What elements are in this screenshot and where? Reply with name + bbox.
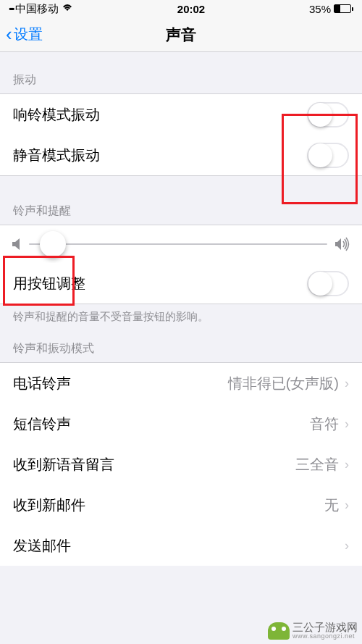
toggle-adjust-buttons[interactable] [307,271,349,296]
row-voicemail[interactable]: 收到新语音留言 三全音 › [0,444,362,485]
volume-high-icon [334,237,350,251]
volume-slider-track[interactable] [29,243,327,245]
row-label: 发送邮件 [13,536,71,556]
row-label: 收到新语音留言 [13,455,114,474]
row-value: › [339,538,349,553]
watermark-domain: www.sangongzi.net [292,632,358,640]
chevron-right-icon: › [345,457,349,472]
row-adjust-with-buttons[interactable]: 用按钮调整 [0,263,362,304]
row-value: 情非得已(女声版) › [228,374,349,393]
battery-pct: 35% [309,3,331,15]
status-time: 20:02 [177,3,205,15]
back-label: 设置 [14,25,43,44]
volume-low-icon [12,237,22,251]
chevron-right-icon: › [345,417,349,432]
volume-slider-knob[interactable] [40,231,66,257]
watermark: 三公子游戏网 www.sangongzi.net [268,622,358,640]
row-label: 收到新邮件 [13,495,85,515]
row-value: 无 › [324,495,349,515]
chevron-right-icon: › [345,538,349,553]
row-value: 音符 › [310,414,349,434]
row-new-mail[interactable]: 收到新邮件 无 › [0,485,362,525]
status-bar: ▪▪▪▪ 中国移动 20:02 35% [0,0,362,17]
toggle-silent-vibrate[interactable] [307,143,349,168]
section-footer-ringer: 铃声和提醒的音量不受音量按钮的影响。 [0,304,362,330]
chevron-left-icon: ‹ [6,25,12,43]
carrier-label: 中国移动 [15,2,59,16]
nav-bar: ‹ 设置 声音 [0,17,362,52]
row-label: 静音模式振动 [13,146,100,165]
section-header-ringer: 铃声和提醒 [0,176,362,225]
row-sent-mail[interactable]: 发送邮件 › [0,525,362,566]
status-left: ▪▪▪▪ 中国移动 [9,2,73,16]
list-group-vibrate: 响铃模式振动 静音模式振动 [0,93,362,176]
row-label: 短信铃声 [13,414,71,434]
watermark-logo-icon [268,622,290,640]
row-volume-slider[interactable] [0,225,362,263]
row-label: 电话铃声 [13,374,71,393]
page-title: 声音 [166,25,196,45]
section-header-patterns: 铃声和振动模式 [0,330,362,362]
wifi-icon [62,3,73,14]
status-right: 35% [309,3,353,15]
watermark-brand: 三公子游戏网 [292,622,358,632]
chevron-right-icon: › [345,376,349,391]
list-group-ringer: 用按钮调整 [0,225,362,304]
chevron-right-icon: › [345,498,349,513]
battery-icon [334,4,353,13]
row-phone-ringtone[interactable]: 电话铃声 情非得已(女声版) › [0,363,362,403]
row-label: 用按钮调整 [13,274,85,293]
section-header-vibrate: 振动 [0,52,362,93]
row-label: 响铃模式振动 [13,105,100,125]
row-text-tone[interactable]: 短信铃声 音符 › [0,403,362,444]
row-silent-vibrate[interactable]: 静音模式振动 [0,135,362,175]
back-button[interactable]: ‹ 设置 [6,25,43,44]
list-group-patterns: 电话铃声 情非得已(女声版) › 短信铃声 音符 › 收到新语音留言 三全音 ›… [0,362,362,566]
signal-icon: ▪▪▪▪ [9,4,12,14]
row-value: 三全音 › [295,455,349,474]
toggle-ring-vibrate[interactable] [307,102,349,127]
row-ring-vibrate[interactable]: 响铃模式振动 [0,94,362,135]
